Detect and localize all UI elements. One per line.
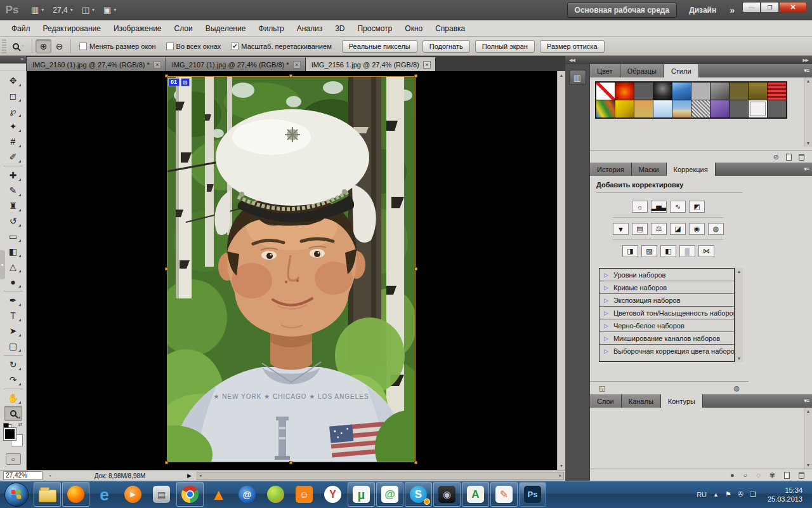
type-tool[interactable]: T	[4, 308, 22, 323]
photo-gallery-icon[interactable]: ▤	[148, 482, 175, 507]
eyedropper-tool[interactable]: ✐	[4, 149, 22, 164]
workspace-overflow-button[interactable]: »	[728, 5, 735, 15]
disclosure-triangle-icon[interactable]: ▷	[604, 310, 608, 316]
options-button-2[interactable]: Полный экран	[475, 40, 535, 53]
transform-handle[interactable]	[289, 461, 292, 464]
transform-handle[interactable]	[165, 461, 168, 464]
photo-filter-icon[interactable]: ◉	[689, 223, 705, 235]
language-indicator[interactable]: RU	[697, 491, 707, 498]
tools-panel-header[interactable]: »	[0, 56, 27, 71]
load-path-selection-icon[interactable]: ◌	[756, 472, 761, 479]
explorer-icon[interactable]	[34, 482, 61, 507]
menu-item-1[interactable]: Редактирование	[37, 21, 107, 36]
collapse-dock-icon[interactable]: ◀◀	[569, 58, 575, 63]
options-button-1[interactable]: Подогнать	[422, 40, 470, 53]
skype-icon[interactable]: S	[405, 482, 432, 507]
paths-scrollbar[interactable]: ▲▼	[804, 408, 812, 469]
style-blue-gloss[interactable]	[672, 83, 691, 100]
media-player-icon[interactable]: ▶	[119, 482, 147, 507]
odnoklassniki-icon[interactable]: ☺	[291, 482, 318, 507]
gradient-tool[interactable]: ◧	[4, 244, 22, 259]
style-olive[interactable]	[730, 83, 748, 100]
adjustment-preset-5[interactable]: ▷Микширование каналов наборов	[599, 332, 734, 345]
style-horizon[interactable]	[672, 100, 691, 117]
transform-handle[interactable]	[165, 74, 168, 77]
restore-button[interactable]: ❐	[761, 2, 779, 13]
create-new-style-button[interactable]	[786, 154, 792, 161]
shape-tool[interactable]: ▢	[4, 338, 22, 354]
options-checkbox-1[interactable]: Во всех окнах	[166, 43, 221, 50]
invert-icon[interactable]: ◨	[622, 245, 638, 257]
camera-app-icon[interactable]: ◉	[433, 482, 461, 507]
tab-close-icon[interactable]: ×	[423, 61, 431, 69]
style-olive-gradient[interactable]	[749, 83, 767, 100]
network-icon[interactable]: ❏	[750, 490, 756, 498]
screen-mode-icon[interactable]: ▣▾	[100, 3, 119, 17]
delete-path-button[interactable]	[799, 472, 804, 479]
styles-scrollbar[interactable]: ▲▼	[804, 77, 812, 147]
adjustment-preset-6[interactable]: ▷Выборочная коррекция цвета наборов	[599, 345, 734, 358]
style-blue-glass[interactable]	[653, 100, 672, 117]
style-yellow-bevel[interactable]	[615, 100, 634, 117]
canvas[interactable]: ★ NEW YORK ★ CHICAGO ★ LOS ANGELES	[27, 71, 557, 470]
collapse-tools-icon[interactable]: »	[0, 56, 26, 64]
expanded-view-icon[interactable]: ◱	[599, 385, 605, 392]
tab-close-icon[interactable]: ×	[154, 61, 161, 69]
new-path-button[interactable]	[784, 472, 790, 479]
paths-tab-1[interactable]: Каналы	[622, 394, 661, 408]
adjustments-tab-1[interactable]: Маски	[632, 163, 667, 176]
mailru-agent-icon[interactable]: @	[376, 482, 403, 507]
workspace-button-1[interactable]: Дизайн	[682, 3, 723, 17]
menu-item-10[interactable]: Справка	[429, 21, 471, 36]
clear-style-button[interactable]: ⊘	[773, 154, 779, 161]
foreground-color[interactable]	[4, 428, 16, 440]
style-black-gloss[interactable]	[653, 83, 672, 100]
eraser-tool[interactable]: ▭	[4, 229, 22, 244]
yandex-browser-icon[interactable]: Y	[319, 482, 346, 507]
disclosure-triangle-icon[interactable]: ▷	[604, 272, 608, 278]
workspace-button-0[interactable]: Основная рабочая среда	[567, 3, 678, 18]
menu-item-2[interactable]: Изображение	[107, 21, 168, 36]
chrome-icon[interactable]	[176, 482, 204, 507]
curves-icon[interactable]: ∿	[670, 201, 686, 213]
adjustment-preset-1[interactable]: ▷Кривые наборов	[599, 281, 734, 294]
power-plug-icon[interactable]: ✇	[738, 490, 743, 498]
scroll-right-icon[interactable]: ▸	[559, 473, 561, 478]
make-work-path-icon[interactable]: ✾	[769, 472, 775, 479]
horizontal-scrollbar[interactable]: ◂ ▸	[197, 472, 564, 480]
levels-icon[interactable]: ▂▅▃	[651, 201, 667, 213]
taskbar-clock[interactable]: 15:34 25.03.2013	[768, 486, 802, 504]
document-tab-1[interactable]: IMG_2107 (1).jpg @ 27,4% (RGB/8) *×	[166, 57, 306, 71]
clone-stamp-tool[interactable]: ♜	[4, 198, 22, 213]
transform-handle[interactable]	[414, 74, 417, 77]
disclosure-triangle-icon[interactable]: ▷	[604, 297, 608, 304]
transform-handle[interactable]	[414, 461, 417, 464]
swap-colors-icon[interactable]: ⇄	[18, 422, 23, 427]
presets-scrollbar[interactable]: ▲▼	[735, 268, 743, 362]
vertical-scrollbar[interactable]: ▲ ▼	[557, 71, 565, 470]
path-selection-tool[interactable]: ➤	[4, 323, 22, 338]
paint-icon[interactable]: ✎	[490, 482, 518, 507]
action-center-icon[interactable]: ⚑	[725, 490, 731, 498]
move-tool[interactable]: ✥	[4, 73, 22, 88]
style-dark-gray[interactable]	[634, 83, 653, 100]
color-balance-icon[interactable]: ⚖	[651, 223, 667, 235]
mini-bridge-launch-icon[interactable]: ▥▾	[28, 3, 47, 17]
mailru-icon[interactable]: @	[233, 482, 261, 507]
style-gray-gradient[interactable]	[710, 83, 729, 100]
vibrance-icon[interactable]: ▼	[613, 223, 629, 235]
dodge-tool[interactable]: ●	[4, 274, 22, 290]
orbit-3d-tool[interactable]: ↷	[4, 372, 22, 387]
options-button-0[interactable]: Реальные пикселы	[342, 40, 417, 53]
styles-tab-2[interactable]: Стили	[664, 64, 699, 77]
photo-viewer-parrot-icon[interactable]: A	[462, 482, 489, 507]
transform-handle[interactable]	[289, 74, 292, 77]
transform-handle[interactable]	[165, 267, 168, 271]
document-tab-2[interactable]: IMG_2156 1.jpg @ 27,4% (RGB/8)×	[306, 57, 436, 71]
exposure-icon[interactable]: ◩	[689, 201, 705, 213]
style-white-outline[interactable]	[749, 100, 767, 117]
style-purple[interactable]	[710, 100, 729, 117]
options-checkbox-0[interactable]: Менять размер окон	[79, 43, 156, 50]
menu-item-8[interactable]: Просмотр	[351, 21, 398, 36]
options-grip[interactable]	[2, 38, 6, 55]
